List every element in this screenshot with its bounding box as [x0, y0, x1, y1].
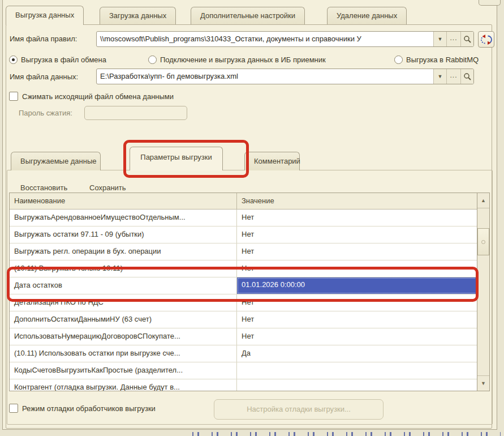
partial-top-button[interactable]: [479, 0, 501, 6]
param-value-cell-selected[interactable]: 01.01.2026 0:00:00: [237, 277, 477, 294]
param-name-cell[interactable]: КодыСчетовВыгрузитьКакПростые (разделите…: [10, 362, 237, 379]
table-columns: Наименование Значение ВыгружатьАрендован…: [10, 193, 477, 391]
table-row[interactable]: КодыСчетовВыгрузитьКакПростые (разделите…: [10, 362, 477, 379]
reload-rules-button[interactable]: [478, 31, 494, 48]
search-icon[interactable]: [460, 32, 473, 46]
data-file-value[interactable]: E:\Разработка\упп- бп демовыгрузка.xml: [97, 69, 433, 84]
password-input[interactable]: [84, 106, 187, 120]
data-file-label: Имя файла данных:: [10, 72, 78, 81]
param-name-cell[interactable]: (10.11) Выгружать только 10.11): [10, 260, 237, 277]
checkbox-icon: [9, 404, 18, 413]
table-row-selected[interactable]: Дата остатков 01.01.2026 0:00:00: [10, 277, 477, 294]
tab-exported-data[interactable]: Выгружаемые данные: [11, 152, 101, 170]
param-value-cell[interactable]: Нет: [237, 210, 477, 226]
radio-export-rabbitmq[interactable]: Выгрузка в RabbitMQ: [394, 55, 479, 64]
vertical-scrollbar[interactable]: ▲ ▼: [477, 193, 489, 391]
param-value-cell[interactable]: Нет: [237, 260, 477, 277]
tab-comment[interactable]: Комментарий: [244, 152, 300, 170]
table-row[interactable]: ИспользоватьНумерациюДоговоровСПокупате.…: [10, 328, 477, 345]
reload-icon: [481, 34, 492, 45]
table-row[interactable]: ДополнитьОстаткиДаннымиНУ (63 счет) Нет: [10, 311, 477, 328]
radio-export-to-file[interactable]: Выгрузка в файл обмена: [9, 55, 106, 64]
search-icon[interactable]: [460, 69, 473, 84]
radio-dot-icon: [148, 55, 157, 64]
tab-export-data[interactable]: Выгрузка данных: [6, 6, 84, 25]
radio-label: Выгрузка в файл обмена: [21, 55, 106, 64]
param-name-cell[interactable]: Контрагент (отладка выгрузки. Данные буд…: [10, 379, 237, 391]
radio-connect-target-ib[interactable]: Подключение и выгрузка данных в ИБ прием…: [148, 55, 326, 64]
param-name-cell[interactable]: ВыгружатьАрендованноеИмуществоОтдельным.…: [10, 210, 237, 226]
table-row[interactable]: Детализация ПКО по НДС Нет: [10, 294, 477, 311]
param-name-cell[interactable]: (10.11) Использовать остатки при выгрузк…: [10, 345, 237, 362]
save-button[interactable]: Сохранить: [89, 183, 126, 192]
table-row[interactable]: ВыгружатьАрендованноеИмуществоОтдельным.…: [10, 210, 477, 226]
rules-file-value[interactable]: \\moscowsoft\Publish_programs\310433_Ост…: [97, 32, 433, 46]
param-value-cell[interactable]: Нет: [237, 243, 477, 260]
table-header: Наименование Значение: [10, 193, 477, 210]
param-name-cell[interactable]: Дата остатков: [10, 277, 237, 294]
compress-checkbox[interactable]: Сжимать исходящий файл обмена данными: [9, 92, 174, 101]
data-file-field[interactable]: E:\Разработка\упп- бп демовыгрузка.xml ▼…: [96, 69, 474, 84]
param-name-cell[interactable]: Детализация ПКО по НДС: [10, 294, 237, 311]
table-row[interactable]: (10.11) Выгружать только 10.11) Нет: [10, 260, 477, 277]
debug-mode-checkbox[interactable]: Режим отладки обработчиков выгрузки: [9, 404, 156, 413]
table-row[interactable]: Выгружать остатки 97.11 - 09 (убытки) Не…: [10, 226, 477, 243]
compress-label: Сжимать исходящий файл обмена данными: [22, 92, 174, 101]
table-row[interactable]: Выгружать регл. операции в бух. операции…: [10, 243, 477, 260]
param-value-cell[interactable]: [237, 379, 477, 391]
table-row[interactable]: (10.11) Использовать остатки при выгрузк…: [10, 345, 477, 362]
radio-label: Подключение и выгрузка данных в ИБ прием…: [160, 55, 326, 64]
export-settings-window: Выгрузка данных Загрузка данных Дополнит…: [0, 0, 504, 436]
column-header-name[interactable]: Наименование: [10, 193, 237, 209]
param-name-cell[interactable]: ДополнитьОстаткиДаннымиНУ (63 счет): [10, 311, 237, 328]
param-name-cell[interactable]: Выгружать остатки 97.11 - 09 (убытки): [10, 226, 237, 243]
checkbox-icon: [9, 92, 18, 101]
parameters-table: Наименование Значение ВыгружатьАрендован…: [9, 193, 490, 391]
password-label: Пароль сжатия:: [19, 109, 72, 117]
param-name-cell[interactable]: Выгружать регл. операции в бух. операции: [10, 243, 237, 260]
param-value-cell[interactable]: Нет: [237, 226, 477, 243]
browse-button[interactable]: ...: [446, 69, 460, 84]
scroll-down-icon[interactable]: ▼: [477, 375, 489, 391]
browse-button[interactable]: ...: [446, 32, 460, 46]
scroll-up-icon[interactable]: ▲: [477, 193, 489, 208]
debug-mode-label: Режим отладки обработчиков выгрузки: [22, 404, 156, 413]
tab-additional-settings[interactable]: Дополнительные настройки: [191, 7, 305, 24]
param-value-cell[interactable]: [237, 362, 477, 379]
radio-dot-icon: [394, 55, 403, 64]
column-header-value[interactable]: Значение: [237, 193, 477, 209]
restore-button[interactable]: Восстановить: [20, 183, 67, 192]
chevron-down-icon[interactable]: ▼: [433, 69, 446, 84]
param-value-cell[interactable]: Нет: [237, 294, 477, 311]
tab-export-parameters[interactable]: Параметры выгрузки: [130, 147, 223, 170]
rules-file-label: Имя файла правил:: [10, 35, 77, 43]
rules-file-field[interactable]: \\moscowsoft\Publish_programs\310433_Ост…: [96, 31, 474, 47]
table-row[interactable]: Контрагент (отладка выгрузки. Данные буд…: [10, 379, 477, 391]
param-value-cell[interactable]: Нет: [237, 311, 477, 328]
clipped-text-strip: [192, 432, 501, 436]
scrollbar-thumb[interactable]: [477, 228, 489, 255]
debug-settings-button[interactable]: Настройка отладки выгрузки...: [214, 399, 384, 420]
tab-delete-data[interactable]: Удаление данных: [327, 7, 407, 24]
chevron-down-icon[interactable]: ▼: [433, 32, 446, 46]
radio-dot-icon: [9, 55, 18, 64]
tab-import-data[interactable]: Загрузка данных: [100, 7, 176, 24]
radio-label: Выгрузка в RabbitMQ: [406, 55, 479, 64]
param-value-cell[interactable]: Нет: [237, 328, 477, 345]
param-name-cell[interactable]: ИспользоватьНумерациюДоговоровСПокупате.…: [10, 328, 237, 345]
param-value-cell[interactable]: Да: [237, 345, 477, 362]
